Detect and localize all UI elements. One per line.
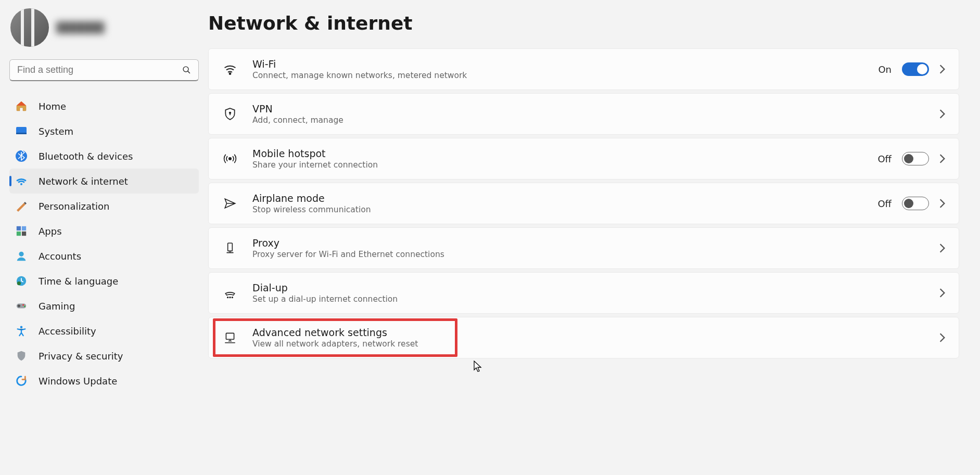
sidebar-nav: Home System Bluetooth & devices Network … bbox=[0, 91, 208, 393]
sidebar-item-bluetooth[interactable]: Bluetooth & devices bbox=[9, 144, 199, 169]
sidebar-item-apps[interactable]: Apps bbox=[9, 219, 199, 243]
sidebar-item-time[interactable]: Time & language bbox=[9, 268, 199, 293]
sidebar: ██████ Home System Bluetooth & dev bbox=[0, 0, 208, 475]
svg-rect-3 bbox=[16, 133, 27, 134]
home-icon bbox=[15, 99, 28, 113]
update-icon bbox=[15, 374, 28, 388]
dialup-icon bbox=[222, 285, 238, 301]
chevron-right-icon bbox=[939, 154, 945, 163]
sidebar-item-label: Personalization bbox=[39, 201, 109, 212]
setting-row-hotspot[interactable]: Mobile hotspot Share your internet conne… bbox=[208, 138, 959, 179]
airplane-toggle[interactable] bbox=[902, 197, 929, 210]
svg-rect-23 bbox=[226, 333, 234, 339]
profile-name: ██████ bbox=[56, 21, 104, 34]
gaming-icon bbox=[15, 299, 28, 313]
avatar bbox=[10, 8, 49, 47]
svg-point-15 bbox=[20, 326, 23, 328]
cursor-icon bbox=[474, 361, 483, 372]
hotspot-toggle[interactable] bbox=[902, 152, 929, 165]
setting-title: Dial-up bbox=[252, 282, 925, 293]
setting-row-proxy[interactable]: Proxy Proxy server for Wi-Fi and Etherne… bbox=[208, 227, 959, 269]
apps-icon bbox=[15, 224, 28, 238]
system-icon bbox=[15, 124, 28, 138]
setting-title: Mobile hotspot bbox=[252, 148, 863, 159]
sidebar-item-gaming[interactable]: Gaming bbox=[9, 293, 199, 318]
sidebar-item-label: Gaming bbox=[39, 301, 75, 312]
sidebar-item-label: Privacy & security bbox=[39, 351, 123, 362]
svg-line-1 bbox=[188, 71, 190, 73]
sidebar-item-privacy[interactable]: Privacy & security bbox=[9, 343, 199, 368]
chevron-right-icon bbox=[939, 288, 945, 298]
setting-desc: Set up a dial-up internet connection bbox=[252, 294, 925, 304]
time-icon bbox=[15, 274, 28, 288]
search-field[interactable] bbox=[17, 65, 182, 75]
sidebar-item-label: Accounts bbox=[39, 251, 81, 262]
ethernet-icon bbox=[222, 330, 238, 345]
personalization-icon bbox=[15, 199, 28, 213]
wifi-icon bbox=[15, 174, 28, 188]
sidebar-item-label: Time & language bbox=[39, 276, 118, 287]
sidebar-item-label: Windows Update bbox=[39, 376, 117, 387]
page-title: Network & internet bbox=[208, 12, 959, 34]
svg-point-20 bbox=[227, 297, 228, 298]
proxy-icon bbox=[222, 240, 238, 256]
chevron-right-icon bbox=[939, 199, 945, 208]
svg-rect-5 bbox=[17, 226, 21, 230]
setting-title: Advanced network settings bbox=[252, 327, 925, 338]
sidebar-item-label: Network & internet bbox=[39, 176, 128, 187]
vpn-icon bbox=[222, 106, 238, 122]
svg-point-17 bbox=[230, 112, 231, 114]
setting-row-airplane[interactable]: Airplane mode Stop wireless communicatio… bbox=[208, 183, 959, 224]
setting-row-dialup[interactable]: Dial-up Set up a dial-up internet connec… bbox=[208, 272, 959, 314]
hotspot-icon bbox=[222, 151, 238, 166]
sidebar-item-personalization[interactable]: Personalization bbox=[9, 194, 199, 219]
svg-point-11 bbox=[17, 281, 21, 285]
setting-row-vpn[interactable]: VPN Add, connect, manage bbox=[208, 93, 959, 135]
setting-row-wifi[interactable]: Wi-Fi Connect, manage known networks, me… bbox=[208, 48, 959, 90]
toggle-label: On bbox=[878, 64, 892, 75]
setting-desc: Add, connect, manage bbox=[252, 115, 925, 125]
search-input[interactable] bbox=[9, 59, 199, 81]
sidebar-item-label: Bluetooth & devices bbox=[39, 151, 133, 162]
wifi-icon bbox=[222, 61, 238, 77]
sidebar-item-update[interactable]: Windows Update bbox=[9, 368, 199, 393]
accessibility-icon bbox=[15, 324, 28, 338]
search-icon bbox=[182, 66, 191, 74]
setting-desc: Proxy server for Wi-Fi and Ethernet conn… bbox=[252, 250, 925, 259]
svg-point-18 bbox=[229, 158, 231, 160]
svg-rect-6 bbox=[22, 226, 26, 230]
svg-point-9 bbox=[19, 252, 23, 256]
main-content: Network & internet Wi-Fi Connect, manage… bbox=[208, 0, 980, 475]
sidebar-item-network[interactable]: Network & internet bbox=[9, 169, 199, 194]
chevron-right-icon bbox=[939, 333, 945, 342]
svg-point-14 bbox=[24, 306, 26, 307]
setting-title: VPN bbox=[252, 103, 925, 114]
user-profile[interactable]: ██████ bbox=[0, 5, 208, 59]
svg-point-16 bbox=[230, 73, 231, 74]
sidebar-item-accounts[interactable]: Accounts bbox=[9, 243, 199, 268]
settings-list: Wi-Fi Connect, manage known networks, me… bbox=[208, 48, 959, 358]
sidebar-item-label: Home bbox=[39, 101, 66, 112]
sidebar-item-home[interactable]: Home bbox=[9, 94, 199, 119]
sidebar-item-label: Apps bbox=[39, 226, 62, 237]
wifi-toggle[interactable] bbox=[902, 62, 929, 76]
setting-desc: Share your internet connection bbox=[252, 160, 863, 170]
toggle-label: Off bbox=[877, 153, 892, 164]
sidebar-item-accessibility[interactable]: Accessibility bbox=[9, 318, 199, 343]
svg-rect-8 bbox=[22, 232, 26, 236]
toggle-label: Off bbox=[877, 198, 892, 209]
bluetooth-icon bbox=[15, 149, 28, 163]
setting-row-advanced[interactable]: Advanced network settings View all netwo… bbox=[208, 317, 959, 358]
sidebar-item-label: System bbox=[39, 126, 73, 137]
svg-rect-7 bbox=[17, 232, 21, 236]
setting-title: Wi-Fi bbox=[252, 58, 863, 70]
chevron-right-icon bbox=[939, 65, 945, 74]
svg-point-13 bbox=[22, 304, 24, 306]
chevron-right-icon bbox=[939, 109, 945, 119]
setting-title: Airplane mode bbox=[252, 192, 863, 204]
sidebar-item-system[interactable]: System bbox=[9, 119, 199, 144]
sidebar-item-label: Accessibility bbox=[39, 326, 96, 337]
svg-rect-19 bbox=[228, 243, 233, 251]
svg-point-22 bbox=[232, 297, 233, 298]
privacy-icon bbox=[15, 349, 28, 363]
